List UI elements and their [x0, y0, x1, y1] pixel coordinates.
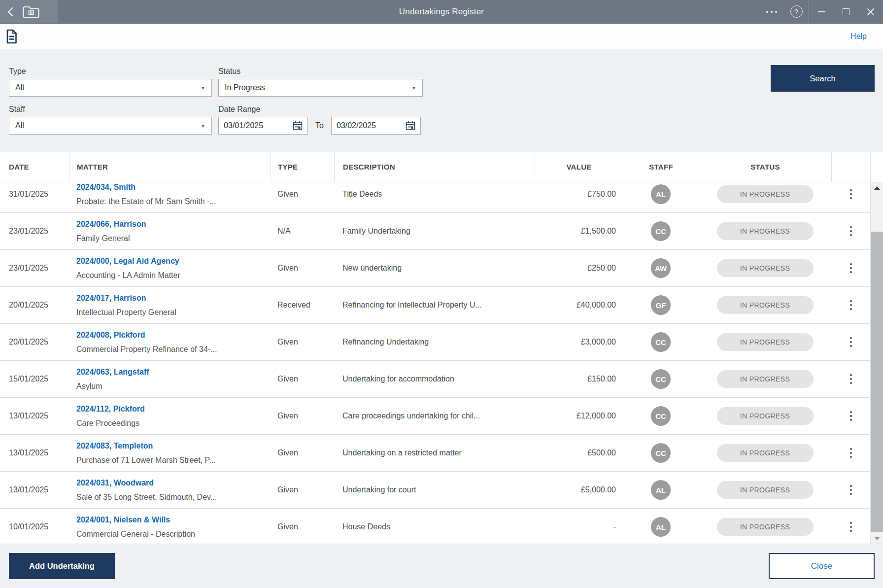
date-from-input[interactable]: 03/01/2025	[218, 117, 308, 135]
table-row: 23/01/2025 2024/000, Legal Aid Agency Ac…	[0, 250, 883, 287]
minimize-button[interactable]	[809, 0, 834, 23]
staff-label: Staff	[9, 105, 212, 114]
date-to-value: 03/02/2025	[337, 121, 376, 130]
kebab-menu-icon[interactable]	[847, 445, 855, 461]
column-header-staff: STAFF	[623, 152, 699, 182]
titlebar-help-button[interactable]: ?	[784, 0, 809, 23]
close-window-button[interactable]	[858, 0, 883, 23]
row-actions	[831, 398, 870, 434]
row-staff: AW	[623, 250, 699, 286]
staff-avatar: AL	[651, 480, 671, 500]
row-status: IN PROGRESS	[699, 182, 831, 212]
kebab-menu-icon[interactable]	[847, 223, 855, 239]
row-staff: CC	[623, 324, 699, 360]
row-matter: 2024/000, Legal Aid Agency Accounting - …	[69, 250, 271, 286]
matter-link[interactable]: 2024/063, Langstaff	[76, 367, 149, 377]
row-matter: 2024/031, Woodward Sale of 35 Long Stree…	[69, 472, 271, 508]
back-button[interactable]	[7, 6, 14, 17]
scrollbar-thumb[interactable]	[871, 232, 883, 532]
matter-folder-button[interactable]: M	[22, 4, 40, 19]
date-range-label: Date Range	[218, 105, 421, 114]
row-value: £40,000.00	[535, 287, 623, 323]
staff-avatar: CC	[651, 369, 671, 389]
search-button[interactable]: Search	[771, 65, 875, 92]
table-row: 13/01/2025 2024/112, Pickford Care Proce…	[0, 398, 883, 435]
staff-select-value: All	[15, 121, 24, 130]
row-type: Given	[271, 509, 334, 544]
filter-row-2: Staff All ▼ Date Range 03/01/2025	[9, 105, 883, 135]
matter-link[interactable]: 2024/000, Legal Aid Agency	[76, 256, 179, 266]
maximize-button[interactable]	[834, 0, 858, 23]
footer-bar: Add Undertaking Close	[0, 544, 883, 588]
calendar-icon[interactable]	[406, 121, 415, 131]
calendar-icon[interactable]	[293, 121, 303, 131]
row-date: 20/01/2025	[0, 324, 69, 360]
status-badge: IN PROGRESS	[717, 407, 814, 425]
staff-avatar: AL	[651, 184, 671, 204]
close-button[interactable]: Close	[769, 553, 875, 579]
row-description: Undertaking on a restricted matter	[334, 435, 535, 471]
date-range-filter: Date Range 03/01/2025	[218, 105, 421, 135]
matter-link[interactable]: 2024/034, Smith	[76, 182, 136, 192]
titlebar-nav-group: M	[0, 0, 58, 23]
row-matter: 2024/063, Langstaff Asylum	[69, 361, 271, 397]
scroll-down-button[interactable]	[871, 537, 883, 540]
row-value: £750.00	[535, 182, 623, 212]
matter-link[interactable]: 2024/017, Harrison	[76, 293, 146, 303]
row-status: IN PROGRESS	[699, 398, 831, 434]
row-date: 13/01/2025	[0, 435, 69, 471]
column-header-scroll-spacer	[870, 152, 883, 182]
type-select-value: All	[15, 83, 24, 92]
kebab-menu-icon[interactable]	[847, 482, 855, 498]
matter-link[interactable]: 2024/008, Pickford	[76, 330, 145, 340]
kebab-menu-icon[interactable]	[847, 519, 855, 535]
row-date: 31/01/2025	[0, 182, 69, 212]
row-description: Care proceedings undertaking for chil...	[334, 398, 535, 434]
kebab-menu-icon[interactable]	[847, 186, 855, 202]
date-to-word: To	[315, 117, 324, 135]
add-undertaking-button[interactable]: Add Undertaking	[9, 553, 115, 579]
column-header-status: STATUS	[699, 152, 831, 182]
matter-description: Commercial Property Refinance of 34-...	[76, 345, 217, 354]
vertical-scrollbar[interactable]	[870, 182, 883, 544]
status-select[interactable]: In Progress ▼	[218, 79, 423, 97]
row-type: Given	[271, 435, 334, 471]
staff-avatar: AW	[651, 258, 671, 278]
help-link[interactable]: Help	[850, 32, 867, 41]
report-button[interactable]	[6, 29, 17, 44]
row-value: -	[535, 509, 623, 544]
scroll-up-button[interactable]	[871, 186, 883, 190]
row-type: Received	[271, 287, 334, 323]
row-description: House Deeds	[334, 509, 535, 544]
row-staff: AL	[623, 472, 699, 508]
more-options-button[interactable]	[759, 0, 784, 23]
staff-select[interactable]: All ▼	[9, 117, 212, 135]
column-header-type: TYPE	[271, 152, 334, 182]
date-to-input[interactable]: 03/02/2025	[331, 117, 421, 135]
matter-description: Care Proceedings	[76, 418, 139, 428]
date-from-value: 03/01/2025	[224, 121, 263, 130]
kebab-menu-icon[interactable]	[847, 371, 855, 387]
kebab-menu-icon[interactable]	[847, 260, 855, 276]
matter-link[interactable]: 2024/031, Woodward	[76, 478, 154, 488]
type-select[interactable]: All ▼	[9, 79, 212, 97]
row-date: 13/01/2025	[0, 398, 69, 434]
row-actions	[831, 324, 870, 360]
matter-link[interactable]: 2024/083, Templeton	[76, 441, 153, 451]
row-description: Family Undertaking	[334, 213, 535, 249]
matter-link[interactable]: 2024/112, Pickford	[76, 404, 145, 414]
matter-link[interactable]: 2024/066, Harrison	[76, 219, 146, 229]
status-badge: IN PROGRESS	[717, 259, 814, 277]
minimize-icon	[818, 11, 825, 12]
row-type: N/A	[271, 213, 334, 249]
kebab-menu-icon[interactable]	[847, 297, 855, 313]
kebab-menu-icon[interactable]	[847, 334, 855, 350]
matter-folder-icon: M	[22, 4, 40, 19]
row-date: 20/01/2025	[0, 287, 69, 323]
kebab-menu-icon[interactable]	[847, 408, 855, 424]
matter-link[interactable]: 2024/001, Nielsen & Wills	[76, 515, 170, 525]
staff-avatar: GF	[651, 295, 671, 315]
row-matter: 2024/001, Nielsen & Wills Commercial Gen…	[69, 509, 271, 544]
chevron-down-icon: ▼	[201, 123, 205, 129]
table-row: 10/01/2025 2024/001, Nielsen & Wills Com…	[0, 509, 883, 544]
